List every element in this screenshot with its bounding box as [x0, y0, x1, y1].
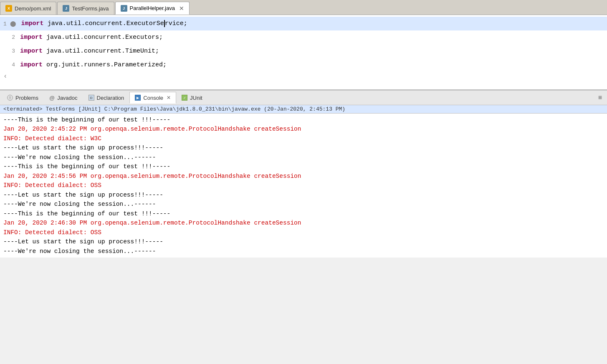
console-line-13: INFO: Detected dialect: OSS [3, 228, 604, 237]
editor-tab-bar: X Demo/pom.xml J TestForms.java J Parall… [0, 0, 607, 15]
code-line-4[interactable]: 4 import org.junit.runners.Parameterized… [0, 58, 607, 72]
line-number-1: 1 ⬤ [3, 20, 16, 27]
java-icon-1: J [63, 5, 69, 12]
line-number-3: 3 [3, 48, 15, 54]
console-line-6: ----This is the beginning of our test !!… [3, 162, 604, 171]
console-line-14: ----Let us start the sign up process!!!-… [3, 237, 604, 246]
console-line-1: ----This is the beginning of our test !!… [3, 115, 604, 124]
console-line-8: INFO: Detected dialect: OSS [3, 181, 604, 190]
code-text-1: java.util.concurrent.ExecutorService; [44, 20, 187, 27]
panel-menu-icon[interactable]: ≡ [595, 92, 605, 103]
tab-console[interactable]: ▶ Console ✕ [129, 92, 176, 104]
bottom-tab-bar: ! Problems @ Javadoc D Declaration ▶ Con… [0, 90, 607, 105]
scroll-left-indicator: ‹ [0, 72, 607, 81]
tab-parallelhelper-label: ParallelHelper.java [130, 5, 175, 11]
tab-javadoc[interactable]: @ Javadoc [44, 92, 83, 104]
tab-junit-label: JUnit [190, 95, 202, 101]
console-line-3: INFO: Detected dialect: W3C [3, 134, 604, 143]
console-line-4: ----Let us start the sign up process!!!-… [3, 143, 604, 152]
tab-console-close[interactable]: ✕ [167, 95, 171, 101]
console-line-5: ----We're now closing the session...----… [3, 153, 604, 162]
problems-icon: ! [7, 95, 13, 101]
tab-javadoc-label: Javadoc [57, 95, 77, 101]
tab-parallelhelper[interactable]: J ParallelHelper.java ✕ [115, 2, 190, 15]
code-text-3: java.util.concurrent.TimeUnit; [43, 48, 159, 55]
line-number-4: 4 [3, 62, 15, 68]
console-header-text: <terminated> TestForms [JUnit] C:\Progra… [3, 106, 345, 112]
tab-declaration[interactable]: D Declaration [83, 92, 130, 104]
xml-icon: X [5, 5, 12, 12]
line-number-2: 2 [3, 34, 15, 40]
console-icon: ▶ [135, 95, 141, 101]
tab-console-label: Console [143, 95, 163, 101]
code-text-4: org.junit.runners.Parameterized; [43, 61, 167, 68]
declaration-icon: D [89, 95, 94, 101]
tab-pom[interactable]: X Demo/pom.xml [0, 2, 56, 15]
code-line-3[interactable]: 3 import java.util.concurrent.TimeUnit; [0, 44, 607, 58]
code-line-2[interactable]: 2 import java.util.concurrent.Executors; [0, 30, 607, 44]
console-line-2: Jan 20, 2020 2:45:22 PM org.openqa.selen… [3, 124, 604, 134]
tab-testforms-label: TestForms.java [72, 5, 109, 12]
keyword-import-1: import [21, 20, 44, 27]
junit-icon: ✓ [182, 95, 187, 101]
console-line-9: ----Let us start the sign up process!!!-… [3, 190, 604, 200]
console-header: <terminated> TestForms [JUnit] C:\Progra… [0, 105, 607, 114]
tab-problems-label: Problems [15, 95, 38, 101]
console-line-7: Jan 20, 2020 2:45:56 PM org.openqa.selen… [3, 172, 604, 181]
keyword-import-2: import [20, 34, 43, 41]
code-editor: 1 ⬤ import java.util.concurrent.Executor… [0, 15, 607, 90]
tab-testforms[interactable]: J TestForms.java [57, 2, 114, 15]
tab-problems[interactable]: ! Problems [2, 92, 44, 104]
keyword-import-3: import [20, 48, 43, 55]
java-icon-2: J [121, 5, 127, 12]
console-line-12: Jan 20, 2020 2:46:30 PM org.openqa.selen… [3, 218, 604, 228]
tab-pom-label: Demo/pom.xml [15, 5, 51, 12]
console-line-10: ----We're now closing the session...----… [3, 200, 604, 209]
console-line-11: ----This is the beginning of our test !!… [3, 209, 604, 218]
keyword-import-4: import [20, 61, 43, 68]
console-line-15: ----We're now closing the session...----… [3, 247, 604, 256]
code-line-1[interactable]: 1 ⬤ import java.util.concurrent.Executor… [0, 17, 607, 30]
tab-declaration-label: Declaration [97, 95, 124, 101]
console-output[interactable]: ----This is the beginning of our test !!… [0, 114, 607, 258]
code-text-2: java.util.concurrent.Executors; [43, 34, 163, 41]
javadoc-icon: @ [49, 95, 55, 101]
tab-junit[interactable]: ✓ JUnit [176, 92, 208, 104]
tab-parallelhelper-close[interactable]: ✕ [179, 5, 184, 12]
